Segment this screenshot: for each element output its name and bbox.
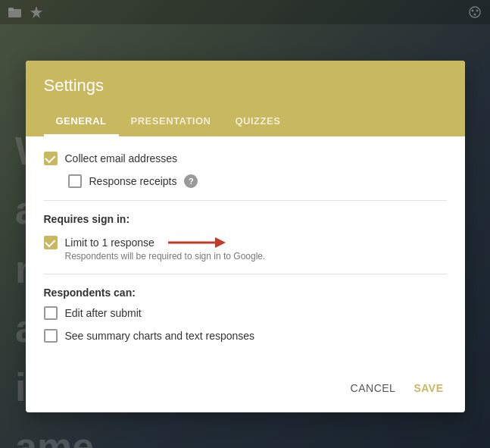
dialog-body: Collect email addresses Response receipt…	[26, 136, 465, 367]
summary-charts-label: See summary charts and text responses	[65, 330, 255, 342]
summary-charts-row: See summary charts and text responses	[44, 329, 447, 343]
settings-dialog: Settings GENERAL PRESENTATION QUIZZES Co…	[26, 61, 465, 412]
edit-after-submit-label: Edit after submit	[65, 307, 142, 319]
response-receipts-checkbox[interactable]	[68, 174, 82, 188]
tab-quizzes[interactable]: QUIZZES	[223, 108, 292, 136]
edit-after-submit-checkbox[interactable]	[44, 306, 58, 320]
dialog-footer: CANCEL SAVE	[26, 367, 465, 412]
requires-sign-in-heading: Requires sign in:	[44, 213, 447, 225]
tab-general[interactable]: GENERAL	[44, 108, 119, 136]
limit-response-checkbox[interactable]	[44, 236, 58, 249]
cancel-button[interactable]: CANCEL	[348, 376, 399, 400]
collect-email-row: Collect email addresses	[44, 152, 447, 165]
dialog-backdrop: Settings GENERAL PRESENTATION QUIZZES Co…	[0, 0, 490, 448]
sign-in-note: Respondents will be required to sign in …	[65, 251, 447, 262]
divider-1	[44, 200, 447, 201]
dialog-header: Settings GENERAL PRESENTATION QUIZZES	[26, 61, 465, 136]
tab-presentation[interactable]: PRESENTATION	[119, 108, 223, 136]
summary-charts-checkbox[interactable]	[44, 329, 58, 343]
svg-marker-8	[215, 237, 226, 248]
response-receipts-label: Response receipts	[89, 175, 177, 187]
limit-response-container: Limit to 1 response	[44, 233, 447, 252]
tabs-container: GENERAL PRESENTATION QUIZZES	[44, 108, 447, 136]
limit-response-label: Limit to 1 response	[65, 237, 154, 249]
dialog-title: Settings	[44, 76, 447, 96]
divider-2	[44, 274, 447, 274]
response-receipts-row: Response receipts ?	[68, 174, 447, 188]
red-arrow-icon	[161, 233, 229, 252]
edit-after-submit-row: Edit after submit	[44, 306, 447, 320]
help-icon[interactable]: ?	[184, 174, 198, 188]
respondents-can-heading: Respondents can:	[44, 287, 447, 299]
save-button[interactable]: SAVE	[410, 376, 446, 400]
collect-email-label: Collect email addresses	[65, 152, 178, 164]
collect-email-checkbox[interactable]	[44, 152, 58, 165]
